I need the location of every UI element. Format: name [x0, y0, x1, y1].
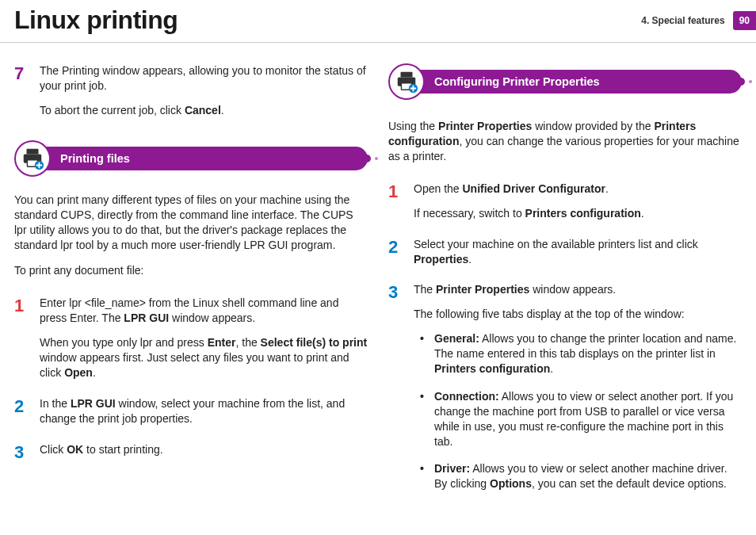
- body-text: The following five tabs display at the t…: [414, 307, 742, 322]
- body-text: To abort the current job, click Cancel.: [40, 103, 368, 118]
- step-number: 2: [388, 237, 403, 267]
- step-body: The Printer Properties window appears. T…: [414, 282, 742, 504]
- step-body: Open the Unified Driver Configurator. If…: [414, 182, 644, 221]
- step-1: 1 Open the Unified Driver Configurator. …: [388, 182, 742, 221]
- section-label: Configuring Printer Properties: [415, 70, 742, 94]
- step-body: The Printing window appears, allowing yo…: [40, 63, 368, 118]
- step-body: In the LPR GUI window, select your machi…: [40, 396, 368, 426]
- step-number: 3: [388, 282, 403, 504]
- printer-add-icon: [14, 140, 51, 177]
- page-number-badge: 90: [733, 11, 756, 30]
- step-body: Enter lpr <file_name> from the Linux she…: [40, 296, 368, 380]
- list-item: Connection: Allows you to view or select…: [420, 389, 742, 449]
- body-text: Click OK to start printing.: [40, 442, 163, 457]
- body-text: Using the Printer Properties window prov…: [388, 119, 742, 164]
- section-heading-printing-files: Printing files: [14, 140, 368, 177]
- content-columns: 7 The Printing window appears, allowing …: [0, 43, 756, 528]
- svg-rect-0: [27, 149, 39, 155]
- body-text: If necessary, switch to Printers configu…: [414, 206, 644, 221]
- body-text: To print any document file:: [14, 263, 368, 278]
- printer-add-icon: [388, 63, 425, 100]
- body-text: When you type only lpr and press Enter, …: [40, 335, 368, 380]
- step-number: 3: [14, 442, 29, 461]
- step-number: 1: [388, 182, 403, 221]
- list-item: Driver: Allows you to view or select ano…: [420, 461, 742, 491]
- step-3: 3 Click OK to start printing.: [14, 442, 368, 461]
- step-number: 1: [14, 296, 29, 380]
- step-2: 2 In the LPR GUI window, select your mac…: [14, 396, 368, 426]
- step-1: 1 Enter lpr <file_name> from the Linux s…: [14, 296, 368, 380]
- body-text: Enter lpr <file_name> from the Linux she…: [40, 296, 368, 326]
- page-title: Linux printing: [14, 3, 178, 37]
- tabs-bullet-list: General: Allows you to change the printe…: [414, 331, 742, 491]
- list-item: General: Allows you to change the printe…: [420, 331, 742, 376]
- section-label: Printing files: [41, 147, 368, 170]
- step-number: 2: [14, 396, 29, 426]
- step-3: 3 The Printer Properties window appears.…: [388, 282, 742, 504]
- step-7: 7 The Printing window appears, allowing …: [14, 63, 368, 118]
- step-body: Click OK to start printing.: [40, 442, 163, 461]
- section-heading-configuring-properties: Configuring Printer Properties: [388, 63, 742, 100]
- body-text: The Printer Properties window appears.: [414, 282, 742, 297]
- body-text: The Printing window appears, allowing yo…: [40, 63, 368, 94]
- body-text: In the LPR GUI window, select your machi…: [40, 396, 368, 426]
- chapter-label: 4. Special features: [641, 14, 724, 27]
- page-header: Linux printing 4. Special features 90: [0, 0, 756, 43]
- header-right: 4. Special features 90: [641, 11, 756, 30]
- body-text: Open the Unified Driver Configurator.: [414, 182, 644, 197]
- step-body: Select your machine on the available pri…: [414, 237, 742, 267]
- right-column: Configuring Printer Properties Using the…: [388, 63, 742, 520]
- body-text: Select your machine on the available pri…: [414, 237, 742, 267]
- left-column: 7 The Printing window appears, allowing …: [14, 63, 368, 520]
- svg-rect-4: [401, 72, 413, 78]
- step-2: 2 Select your machine on the available p…: [388, 237, 742, 267]
- body-text: You can print many different types of fi…: [14, 193, 368, 253]
- step-number: 7: [14, 63, 29, 118]
